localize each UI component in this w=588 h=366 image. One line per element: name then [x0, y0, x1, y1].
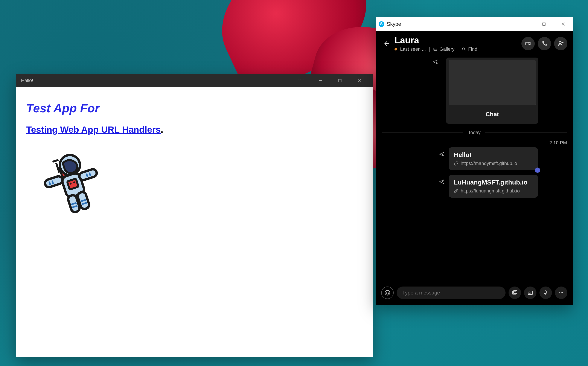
- skype-maximize-button[interactable]: [534, 17, 554, 31]
- svg-point-39: [388, 292, 389, 293]
- svg-rect-12: [44, 175, 63, 188]
- date-divider: Today: [382, 130, 567, 135]
- skype-close-button[interactable]: [554, 17, 573, 31]
- chat-header: Laura Last seen ... | Gallery | Find: [376, 31, 573, 56]
- svg-rect-1: [339, 79, 341, 82]
- skype-titlebar: S Skype: [376, 17, 573, 31]
- separator: |: [457, 46, 460, 52]
- share-media-button[interactable]: [509, 287, 521, 299]
- presence-dot-icon: [394, 48, 397, 51]
- hello-subheading-row: Testing Web App URL Handlers.: [26, 125, 363, 135]
- hello-body: Test App For Testing Web App URL Handler…: [16, 87, 373, 240]
- svg-point-48: [562, 292, 563, 293]
- chat-content: Chat Today 2:10 PM Hello! https://ma: [376, 56, 573, 282]
- contact-status-row: Last seen ... | Gallery | Find: [394, 46, 518, 52]
- reaction-badge[interactable]: [535, 168, 540, 173]
- composer: [376, 282, 573, 305]
- svg-point-43: [529, 292, 530, 293]
- gallery-link[interactable]: Gallery: [440, 46, 455, 52]
- last-seen-text: Last seen ...: [400, 46, 426, 52]
- svg-line-6: [53, 160, 58, 162]
- minimize-button[interactable]: [311, 74, 330, 87]
- skype-body: Laura Last seen ... | Gallery | Find: [376, 31, 573, 305]
- audio-call-button[interactable]: [538, 37, 551, 50]
- record-audio-button[interactable]: [539, 287, 552, 299]
- svg-rect-9: [67, 178, 78, 190]
- hello-period: .: [161, 125, 163, 135]
- sent-indicator-icon: [439, 179, 445, 185]
- separator: |: [428, 46, 431, 52]
- link-preview-card[interactable]: Chat: [446, 58, 538, 124]
- svg-rect-13: [78, 168, 98, 181]
- hello-app-window: Hello! · ··· Test App For Testing Web Ap…: [16, 74, 373, 357]
- hello-more-button[interactable]: ···: [292, 74, 311, 87]
- hello-titlebar: Hello! · ···: [16, 74, 373, 87]
- more-options-button[interactable]: [555, 287, 567, 299]
- emoji-button[interactable]: [381, 287, 394, 299]
- svg-point-38: [386, 292, 387, 293]
- link-icon: [454, 189, 459, 193]
- svg-point-47: [561, 292, 562, 293]
- svg-line-32: [464, 50, 465, 51]
- svg-rect-33: [526, 42, 529, 45]
- link-preview-thumb: [449, 60, 536, 105]
- svg-point-31: [462, 48, 465, 50]
- skype-minimize-button[interactable]: [515, 17, 534, 31]
- close-button[interactable]: [350, 74, 369, 87]
- message-row: LuHuangMSFT.github.io https://luhuangmsf…: [382, 175, 567, 198]
- back-button[interactable]: [380, 38, 392, 50]
- sent-indicator-icon: [439, 151, 445, 157]
- gallery-icon: [433, 46, 437, 52]
- svg-rect-40: [513, 291, 516, 294]
- svg-rect-44: [545, 291, 547, 293]
- contact-name: Laura: [394, 35, 518, 46]
- search-icon: [462, 46, 466, 52]
- maximize-button[interactable]: [330, 74, 350, 87]
- message-timestamp: 2:10 PM: [382, 140, 567, 146]
- sent-indicator-icon: [432, 59, 438, 65]
- skype-window: S Skype Laura Last seen ... |: [376, 17, 573, 305]
- message-bubble[interactable]: LuHuangMSFT.github.io https://luhuangmsf…: [449, 175, 538, 198]
- hello-settings-button[interactable]: ·: [272, 74, 292, 87]
- svg-point-34: [559, 41, 561, 44]
- preview-chat-label[interactable]: Chat: [449, 105, 536, 122]
- message-url[interactable]: https://luhuangmsft.github.io: [461, 188, 520, 194]
- svg-point-46: [559, 292, 560, 293]
- message-title: Hello!: [454, 151, 533, 159]
- date-divider-label: Today: [463, 130, 485, 135]
- message-url[interactable]: https://mandymsft.github.io: [461, 161, 517, 166]
- message-bubble[interactable]: Hello! https://mandymsft.github.io: [449, 147, 538, 170]
- find-link[interactable]: Find: [468, 46, 477, 52]
- add-participant-button[interactable]: [554, 37, 567, 50]
- skype-logo-icon: S: [379, 21, 384, 27]
- svg-rect-41: [513, 291, 517, 294]
- message-input[interactable]: [397, 287, 505, 299]
- contact-card-button[interactable]: [524, 287, 536, 299]
- video-call-button[interactable]: [521, 37, 535, 50]
- message-row: Hello! https://mandymsft.github.io: [382, 147, 567, 170]
- skype-app-title: Skype: [387, 21, 515, 27]
- svg-point-37: [385, 290, 390, 295]
- url-handlers-link[interactable]: Testing Web App URL Handlers: [26, 125, 161, 135]
- hello-window-title: Hello!: [21, 78, 272, 83]
- svg-rect-25: [543, 23, 545, 25]
- message-title: LuHuangMSFT.github.io: [454, 179, 533, 186]
- hello-heading: Test App For: [26, 101, 363, 115]
- astronaut-image: [32, 148, 363, 226]
- link-icon: [454, 161, 459, 166]
